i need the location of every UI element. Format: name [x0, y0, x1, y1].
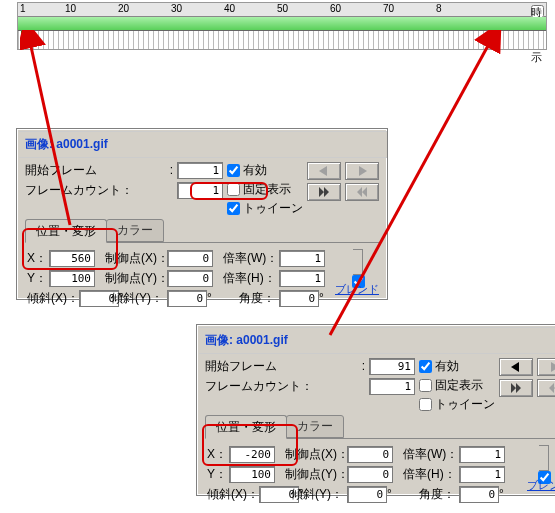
triangle-left-icon: [510, 362, 522, 372]
tween-checkbox[interactable]: トゥイーン: [227, 200, 303, 217]
cpx-input[interactable]: [167, 250, 213, 267]
cpy-label: 制御点(Y)：: [105, 270, 163, 287]
angle-input[interactable]: [279, 290, 319, 307]
y-input[interactable]: [49, 270, 95, 287]
cpy-input[interactable]: [347, 466, 393, 483]
skewy-input[interactable]: [167, 290, 207, 307]
tab-color[interactable]: カラー: [286, 415, 344, 438]
cpy-label: 制御点(Y)：: [285, 466, 343, 483]
scalew-input[interactable]: [279, 250, 325, 267]
prev-button[interactable]: [307, 162, 341, 180]
tick-label: 8: [436, 3, 442, 14]
tick-label: 1: [20, 3, 26, 14]
title-prefix: 画像:: [25, 137, 56, 151]
fast-prev-button[interactable]: [537, 379, 555, 397]
start-frame-input[interactable]: [369, 358, 415, 375]
triangle-right-icon: [356, 166, 368, 176]
fast-next-button[interactable]: [307, 183, 341, 201]
title-name: a0001.gif: [236, 333, 287, 347]
angle-input[interactable]: [459, 486, 499, 503]
enable-label: 有効: [435, 358, 459, 375]
enable-input[interactable]: [419, 360, 432, 373]
enable-input[interactable]: [227, 164, 240, 177]
tab-color-label: カラー: [297, 419, 333, 433]
properties-panel-1: 画像: a0001.gif 開始フレーム : フレームカウント： 有効 固定表示…: [16, 128, 388, 300]
tab-row: 位置・変形 カラー: [205, 417, 555, 439]
tween-input[interactable]: [227, 202, 240, 215]
next-button[interactable]: [537, 358, 555, 376]
fast-next-button[interactable]: [499, 379, 533, 397]
start-frame-label: 開始フレーム: [25, 162, 97, 179]
tick-label: 30: [171, 3, 182, 14]
aspect-link-icon: [539, 445, 549, 471]
tween-label: トゥイーン: [243, 200, 303, 217]
skewy-input[interactable]: [347, 486, 387, 503]
tick-label: 40: [224, 3, 235, 14]
fixed-input[interactable]: [227, 183, 240, 196]
triangle-left-icon: [318, 166, 330, 176]
x-input[interactable]: [49, 250, 95, 267]
scaleh-input[interactable]: [459, 466, 505, 483]
cpy-input[interactable]: [167, 270, 213, 287]
cpx-input[interactable]: [347, 446, 393, 463]
tick-label: 70: [383, 3, 394, 14]
frame-count-input[interactable]: [369, 378, 415, 395]
triangle-right-icon: [548, 362, 555, 372]
blend-link[interactable]: ブレンド: [527, 478, 555, 493]
frame-count-label: フレームカウント：: [205, 378, 313, 395]
transform-grid: X： 制御点(X)： 倍率(W)： Y： 制御点(Y)： 倍率(H)： 傾斜(X…: [197, 439, 555, 505]
fixed-checkbox[interactable]: 固定表示: [419, 377, 495, 394]
skewx-label: 傾斜(X)：°: [207, 486, 281, 503]
timeline-track[interactable]: [18, 31, 546, 49]
double-triangle-right-icon: [318, 187, 330, 197]
tick-label: 10: [65, 3, 76, 14]
cpx-label: 制御点(X)：: [285, 446, 343, 463]
enable-checkbox[interactable]: 有効: [227, 162, 303, 179]
y-label: Y：: [207, 466, 225, 483]
fixed-input[interactable]: [419, 379, 432, 392]
tab-color[interactable]: カラー: [106, 219, 164, 242]
timeline-ruler[interactable]: [18, 17, 546, 31]
fast-prev-button[interactable]: [345, 183, 379, 201]
tab-row: 位置・変形 カラー: [25, 221, 381, 243]
skewx-label: 傾斜(X)：°: [27, 290, 101, 307]
double-triangle-left-icon: [356, 187, 368, 197]
tween-label: トゥイーン: [435, 396, 495, 413]
prev-button[interactable]: [499, 358, 533, 376]
start-frame-label: 開始フレーム: [205, 358, 277, 375]
tab-position[interactable]: 位置・変形: [205, 415, 287, 439]
tab-position[interactable]: 位置・変形: [25, 219, 107, 243]
next-button[interactable]: [345, 162, 379, 180]
degree-unit: °: [319, 291, 324, 305]
degree-unit: °: [207, 291, 212, 305]
title-prefix: 画像:: [205, 333, 236, 347]
cpx-label: 制御点(X)：: [105, 250, 163, 267]
scalew-label: 倍率(W)：: [403, 446, 455, 463]
tick-label: 60: [330, 3, 341, 14]
timeline-cursor[interactable]: [21, 31, 23, 49]
y-input[interactable]: [229, 466, 275, 483]
scalew-input[interactable]: [459, 446, 505, 463]
fixed-checkbox[interactable]: 固定表示: [227, 181, 303, 198]
skewy-label: 傾斜(Y)：: [105, 290, 163, 307]
frame-count-label: フレームカウント：: [25, 182, 133, 199]
start-frame-input[interactable]: [177, 162, 223, 179]
x-label: X：: [207, 446, 225, 463]
properties-panel-2: 画像: a0001.gif 開始フレーム : フレームカウント： 有効 固定表示…: [196, 324, 555, 496]
tick-label: 50: [277, 3, 288, 14]
tween-checkbox[interactable]: トゥイーン: [419, 396, 495, 413]
tween-input[interactable]: [419, 398, 432, 411]
degree-unit: °: [387, 487, 392, 501]
enable-label: 有効: [243, 162, 267, 179]
blend-link[interactable]: ブレンド: [335, 282, 379, 297]
scaleh-input[interactable]: [279, 270, 325, 287]
scalew-label: 倍率(W)：: [223, 250, 275, 267]
scaleh-label: 倍率(H)：: [223, 270, 275, 287]
y-label: Y：: [27, 270, 45, 287]
enable-checkbox[interactable]: 有効: [419, 358, 495, 375]
panel-title: 画像: a0001.gif: [199, 327, 555, 354]
x-input[interactable]: [229, 446, 275, 463]
timeline: 1 10 20 30 40 50 60 70 8 時間表示: [17, 2, 547, 50]
checkbox-column: 有効 固定表示 トゥイーン: [419, 356, 495, 413]
frame-count-input[interactable]: [177, 182, 223, 199]
